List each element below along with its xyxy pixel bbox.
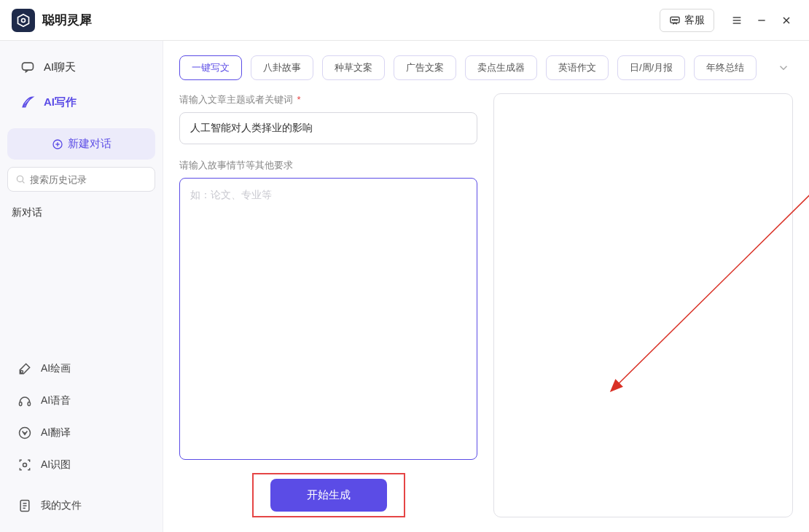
topic-input[interactable]: [179, 112, 477, 144]
tool-ai-translate[interactable]: AI翻译: [7, 417, 155, 449]
svg-line-17: [22, 181, 24, 183]
nav-label: AI聊天: [44, 60, 76, 74]
customer-service-button[interactable]: 客服: [660, 9, 714, 32]
plus-circle-icon: [52, 138, 63, 150]
tag-english-essay[interactable]: 英语作文: [546, 55, 609, 80]
svg-rect-20: [28, 402, 30, 406]
tag-ad-copy[interactable]: 广告文案: [394, 55, 456, 80]
file-icon: [17, 498, 32, 513]
app-title: 聪明灵犀: [42, 12, 92, 28]
generate-button[interactable]: 开始生成: [270, 479, 387, 512]
tool-ai-image-recognition[interactable]: AI识图: [7, 449, 155, 481]
svg-rect-19: [20, 402, 22, 406]
svg-point-0: [22, 18, 26, 22]
tag-gossip-story[interactable]: 八卦故事: [251, 55, 313, 80]
tag-annual-summary[interactable]: 年终总结: [694, 55, 757, 80]
menu-button[interactable]: [726, 9, 748, 31]
minimize-button[interactable]: [751, 9, 773, 31]
generate-highlight-box: 开始生成: [252, 473, 405, 517]
main-content: 一键写文 八卦故事 种草文案 广告文案 卖点生成器 英语作文 日/周/月报 年终…: [163, 41, 809, 532]
output-panel: [493, 93, 793, 517]
nav-label: AI写作: [44, 95, 77, 109]
input-form: 请输入文章主题或者关键词 * 请输入故事情节等其他要求 开始生成: [179, 93, 477, 517]
svg-point-4: [676, 19, 677, 20]
requirement-textarea[interactable]: [179, 178, 477, 460]
svg-point-22: [23, 463, 27, 467]
tool-ai-voice[interactable]: AI语音: [7, 385, 155, 417]
tool-label: AI语音: [41, 394, 71, 407]
customer-service-label: 客服: [684, 14, 705, 27]
history-item[interactable]: 新对话: [7, 199, 155, 227]
svg-point-3: [674, 19, 675, 20]
app-logo-icon: [12, 9, 35, 32]
search-history-box[interactable]: [7, 167, 155, 192]
sidebar: AI聊天 AI写作 新建对话 新对话 AI绘画 AI语音 AI翻译: [0, 41, 163, 532]
close-icon: [781, 15, 792, 26]
svg-point-16: [17, 176, 23, 181]
hamburger-icon: [731, 15, 743, 26]
tool-label: AI绘画: [41, 362, 71, 375]
tag-selling-point-generator[interactable]: 卖点生成器: [465, 55, 537, 80]
tag-daily-weekly-monthly-report[interactable]: 日/周/月报: [617, 55, 685, 80]
nav-ai-chat[interactable]: AI聊天: [7, 51, 155, 83]
feather-icon: [20, 95, 35, 109]
svg-rect-11: [23, 63, 34, 70]
titlebar: 聪明灵犀 客服: [0, 0, 809, 41]
tool-ai-drawing[interactable]: AI绘画: [7, 353, 155, 385]
svg-point-18: [20, 371, 23, 373]
chevron-down-icon: [777, 61, 790, 74]
tag-seeding-copy[interactable]: 种草文案: [322, 55, 385, 80]
tool-label: 我的文件: [41, 499, 82, 512]
tool-label: AI翻译: [41, 426, 71, 439]
search-history-input[interactable]: [30, 174, 147, 185]
requirement-label: 请输入故事情节等其他要求: [179, 159, 477, 172]
tool-my-files[interactable]: 我的文件: [7, 490, 155, 522]
new-chat-label: 新建对话: [68, 137, 112, 151]
tag-expand-button[interactable]: [774, 58, 793, 77]
headphones-icon: [17, 394, 32, 408]
new-chat-button[interactable]: 新建对话: [7, 128, 155, 160]
close-button[interactable]: [775, 9, 797, 31]
brush-icon: [17, 361, 32, 376]
nav-ai-writing[interactable]: AI写作: [7, 86, 155, 118]
translate-icon: [17, 426, 32, 440]
minimize-icon: [756, 15, 767, 26]
chat-bubble-icon: [20, 60, 35, 74]
svg-point-2: [673, 19, 673, 20]
search-icon: [15, 173, 26, 185]
image-scan-icon: [17, 458, 32, 472]
topic-label: 请输入文章主题或者关键词 *: [179, 93, 477, 106]
tool-label: AI识图: [41, 458, 71, 472]
tag-row: 一键写文 八卦故事 种草文案 广告文案 卖点生成器 英语作文 日/周/月报 年终…: [179, 55, 793, 80]
chat-icon: [669, 15, 681, 26]
tag-one-click-write[interactable]: 一键写文: [179, 55, 242, 80]
